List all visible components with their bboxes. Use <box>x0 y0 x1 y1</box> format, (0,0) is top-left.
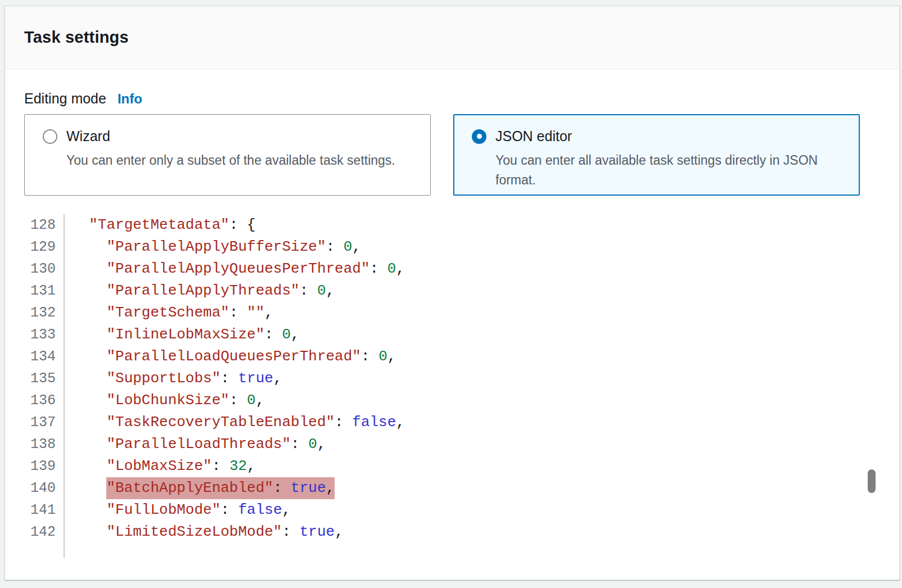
code-line: 130 "ParallelApplyQueuesPerThread": 0, <box>24 258 880 280</box>
code-text: "LobMaxSize": 32, <box>64 455 256 477</box>
json-value: 0 <box>317 282 326 299</box>
json-key: "SupportLobs" <box>106 370 220 387</box>
code-line: 132 "TargetSchema": "", <box>24 302 880 324</box>
radio-tile-wizard[interactable]: Wizard You can enter only a subset of th… <box>24 114 431 196</box>
line-number: 136 <box>24 390 64 411</box>
json-key: "TargetMetadata" <box>89 216 229 233</box>
line-number: 135 <box>24 368 64 390</box>
code-text: "ParallelApplyQueuesPerThread": 0, <box>64 258 405 280</box>
json-value: false <box>352 414 396 431</box>
json-value: true <box>291 480 326 496</box>
editing-mode-options: Wizard You can enter only a subset of th… <box>24 114 880 196</box>
json-value: true <box>238 370 273 387</box>
json-value: 0 <box>344 238 353 255</box>
code-text: "InlineLobMaxSize": 0, <box>64 324 300 346</box>
code-text: "ParallelLoadQueuesPerThread": 0, <box>64 346 396 368</box>
task-settings-panel: Task settings Editing mode Info Wizard Y… <box>4 6 900 580</box>
json-value: 0 <box>387 260 396 277</box>
panel-title: Task settings <box>24 28 129 47</box>
panel-content: Editing mode Info Wizard You can enter o… <box>5 91 899 558</box>
radio-tile-json-editor[interactable]: JSON editor You can enter all available … <box>453 114 860 196</box>
json-key: "ParallelApplyBufferSize" <box>106 238 326 255</box>
code-lines: 128 "TargetMetadata": { 129 "ParallelApp… <box>24 214 880 543</box>
info-link[interactable]: Info <box>118 91 142 107</box>
code-line: 140 "BatchApplyEnabled": true, <box>24 477 880 499</box>
line-number: 142 <box>24 521 64 543</box>
code-line: 139 "LobMaxSize": 32, <box>24 455 880 477</box>
code-text: "ParallelLoadThreads": 0, <box>64 433 326 455</box>
line-number: 129 <box>24 236 64 258</box>
editing-mode-row: Editing mode Info <box>24 91 880 107</box>
line-number: 139 <box>24 455 64 477</box>
radio-button-json-editor[interactable] <box>472 129 486 144</box>
code-text: "TaskRecoveryTableEnabled": false, <box>64 411 405 433</box>
code-text: "BatchApplyEnabled": true, <box>64 477 335 499</box>
json-key: "LimitedSizeLobMode" <box>106 523 282 540</box>
json-key: "ParallelLoadQueuesPerThread" <box>106 348 360 365</box>
code-text: "ParallelApplyBufferSize": 0, <box>64 236 361 258</box>
line-number: 128 <box>24 214 64 236</box>
json-key: "LobChunkSize" <box>106 392 229 409</box>
radio-tile-wizard-title: Wizard <box>66 128 110 144</box>
code-text: "LobChunkSize": 0, <box>64 390 264 411</box>
code-text: "ParallelApplyThreads": 0, <box>64 280 335 302</box>
json-code-editor[interactable]: 128 "TargetMetadata": { 129 "ParallelApp… <box>24 214 880 558</box>
line-number: 138 <box>24 433 64 455</box>
code-text: "FullLobMode": false, <box>64 499 291 521</box>
json-value: false <box>238 501 282 518</box>
json-value: 0 <box>282 326 291 343</box>
line-number: 130 <box>24 258 64 280</box>
code-text: "LimitedSizeLobMode": true, <box>64 521 344 543</box>
radio-tile-json-editor-description: You can enter all available task setting… <box>495 151 836 190</box>
json-value: { <box>247 216 256 233</box>
json-value: "" <box>247 304 264 321</box>
json-key: "BatchApplyEnabled" <box>106 480 273 496</box>
json-key: "LobMaxSize" <box>106 458 211 474</box>
code-text: "TargetSchema": "", <box>64 302 273 324</box>
line-number: 132 <box>24 302 64 324</box>
line-number: 134 <box>24 346 64 368</box>
code-line: 133 "InlineLobMaxSize": 0, <box>24 324 880 346</box>
line-number: 131 <box>24 280 64 302</box>
code-line: 131 "ParallelApplyThreads": 0, <box>24 280 880 302</box>
radio-tile-json-editor-title: JSON editor <box>495 128 572 144</box>
json-value: 0 <box>378 348 387 365</box>
code-line: 141 "FullLobMode": false, <box>24 499 880 521</box>
radio-button-wizard[interactable] <box>43 129 57 144</box>
line-number: 140 <box>24 477 64 499</box>
code-line: 138 "ParallelLoadThreads": 0, <box>24 433 880 455</box>
code-line: 134 "ParallelLoadQueuesPerThread": 0, <box>24 346 880 368</box>
line-number: 141 <box>24 499 64 521</box>
json-value: 32 <box>229 458 247 474</box>
code-line: 137 "TaskRecoveryTableEnabled": false, <box>24 411 880 433</box>
radio-tile-wizard-description: You can enter only a subset of the avail… <box>66 151 407 170</box>
json-value: 0 <box>247 392 256 409</box>
code-line: 128 "TargetMetadata": { <box>24 214 880 236</box>
json-key: "TaskRecoveryTableEnabled" <box>106 414 335 431</box>
code-text: "TargetMetadata": { <box>64 214 256 236</box>
json-key: "FullLobMode" <box>106 501 220 518</box>
json-value: true <box>300 523 335 540</box>
json-key: "InlineLobMaxSize" <box>106 326 264 343</box>
code-text: "SupportLobs": true, <box>64 368 282 390</box>
line-number: 137 <box>24 411 64 433</box>
gutter-tail <box>24 543 880 558</box>
json-key: "ParallelLoadThreads" <box>106 436 291 453</box>
json-value: 0 <box>308 436 317 453</box>
editing-mode-label: Editing mode <box>24 91 106 107</box>
code-line: 135 "SupportLobs": true, <box>24 368 880 390</box>
code-line: 129 "ParallelApplyBufferSize": 0, <box>24 236 880 258</box>
json-key: "ParallelApplyQueuesPerThread" <box>106 260 369 277</box>
editor-scrollbar-thumb[interactable] <box>868 469 876 493</box>
panel-header: Task settings <box>5 6 899 69</box>
line-number: 133 <box>24 324 64 346</box>
json-key: "TargetSchema" <box>106 304 229 321</box>
json-key: "ParallelApplyThreads" <box>106 282 299 299</box>
code-line: 142 "LimitedSizeLobMode": true, <box>24 521 880 543</box>
code-line: 136 "LobChunkSize": 0, <box>24 390 880 411</box>
